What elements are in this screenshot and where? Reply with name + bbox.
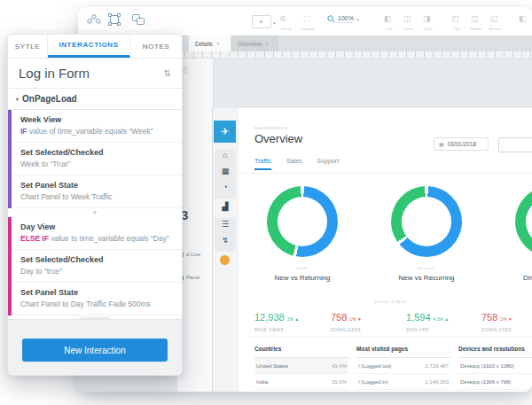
calendar-icon: ▦ [439,141,444,147]
action-detail: Day to “true” [20,266,173,277]
table-row: Desktop (1920 x 1080) [458,358,532,374]
event-name: OnPageLoad [22,94,77,104]
date-input[interactable]: ▦ 03/01/2018 [434,137,489,151]
new-interaction-button[interactable]: New Interaction [22,339,168,362]
row-name: / (Logged out) [358,363,391,369]
action-row[interactable]: Set Panel State Chart Panel to Day Traff… [8,283,182,315]
row-name: Desktop (1366 x 768) [460,379,511,385]
tab-traffic[interactable]: Traffic [254,158,271,170]
tab-support[interactable]: Support [317,158,340,170]
stat-label: DOWNLOADS [481,328,512,332]
ungroup-label: Ungroup [296,27,319,31]
stat-delta: 1% ▼ [349,316,362,322]
tab-notes[interactable]: NOTES [130,35,182,58]
action-name: Set Panel State [20,180,173,191]
table-row: Desktop (1366 x 768) [458,374,532,390]
action-name: Set Selected/Checked [20,147,173,159]
align-right-button[interactable]: ◨ [423,13,431,24]
case-group-day: Day View ELSE IF value to time_variable … [8,217,182,315]
align-center-button[interactable]: ◫ [403,13,411,24]
table-row: United States43.4% [254,358,348,374]
tab-interactions[interactable]: INTERACTIONS [48,35,130,58]
date-value: 03/01/2018 [448,141,477,147]
stat-label: SIGN-UPS [406,328,449,332]
case-row[interactable]: Day View ELSE IF value to time_variable … [8,217,182,250]
condition-text: value to time_variable equals “Day” [49,234,169,243]
case-row[interactable]: Week View IF value of time_variable equa… [8,110,182,143]
add-action-button[interactable]: + [8,208,182,217]
table-title: Most visited pages [356,346,450,358]
avatar[interactable] [220,255,230,265]
ungroup-button[interactable]: ⬚ [303,13,311,24]
dashboard-grid-icon[interactable]: ▦ [213,167,238,175]
layers-icon[interactable] [131,13,145,29]
clock-icon[interactable]: ◔ [213,183,238,191]
event-header-onpageload[interactable]: ▾ OnPageLoad [8,89,182,110]
list-icon[interactable]: ☰ [213,220,238,229]
divider [248,337,532,338]
tab-label: Overview [238,41,262,47]
align-middle-button[interactable]: ◫ [471,13,479,24]
row-value: 15.0% [332,379,347,385]
distribute-button[interactable]: ◧ [519,13,527,24]
tab-overview[interactable]: Overview × [231,35,278,51]
connector-mode-icon[interactable] [86,13,102,29]
chevron-down-icon: ▾ [16,96,19,102]
donut-hole [402,197,451,246]
align-right-label: Right [417,27,440,31]
sort-arrows-icon[interactable]: ⇅ [164,68,171,78]
row-name: / (Logged in) [358,379,388,385]
dashboard-sidebar: ✈ ⌂ ▦ ◔ ▟ ☰ ↯ [213,108,239,392]
donut-label: Direct vs Referral [489,274,532,282]
outline-item-label: d Line [186,252,200,257]
donut-chart-revenue [391,186,462,257]
zoom-control[interactable]: 100% ▾ [327,15,358,23]
tab-sales[interactable]: Sales [286,158,302,170]
row-name: India [256,379,268,385]
inspector-footer: New Interaction [8,319,182,375]
action-row[interactable]: Set Panel State Chart Panel to Week Traf… [8,175,182,208]
row-name: United States [256,363,288,369]
page-title: Overview [254,132,302,145]
insert-dropdown-button[interactable] [252,15,271,28]
action-row[interactable]: Set Selected/Checked Week to “True” [8,143,182,175]
inspector-tabs: SYTLE INTERACTIONS NOTES [8,35,182,58]
align-left-button[interactable]: ◧ [384,13,392,24]
action-row[interactable]: Set Selected/Checked Day to “true” [8,250,182,283]
donut-hole [278,197,327,246]
group-button[interactable]: ⧉ [280,13,286,24]
stat-downloads-2: 7581% ▼ DOWNLOADS [481,308,512,332]
tab-label: Details [195,41,213,47]
table-row: /tour935,495 [356,390,450,392]
chart-icon[interactable]: ▟ [213,202,238,211]
condition-keyword: ELSE IF [20,234,49,243]
bolt-icon[interactable]: ↯ [213,236,238,245]
close-icon[interactable]: × [216,41,220,46]
case-group-week: Week View IF value of time_variable equa… [8,110,182,208]
logo-paper-plane-icon[interactable]: ✈ [214,121,236,143]
action-detail: Week to “True” [20,159,173,170]
action-detail: Chart Panel to Week Traffic [20,191,173,203]
stat-label: DOWNLOADS [331,328,362,332]
align-top-button[interactable]: ◰ [451,13,459,24]
stat-value: 1,594 [406,312,431,323]
zoom-level: 100% [338,15,354,23]
most-visited-table: Most visited pages / (Logged out)3,729,4… [356,346,450,392]
tab-style[interactable]: SYTLE [8,35,48,58]
outline-item-label: Panel [186,275,200,280]
action-name: Set Selected/Checked [20,254,173,266]
close-icon[interactable]: × [265,41,269,46]
dashboard-page[interactable]: ✈ ⌂ ▦ ◔ ▟ ☰ ↯ DASHBOARDS Overview ▦ 03/0… [213,108,532,392]
home-icon[interactable]: ⌂ [213,151,238,160]
clipped-button[interactable] [498,137,532,152]
align-bottom-button[interactable]: ◱ [490,13,498,24]
row-value: 3,729,487 [425,363,449,369]
table-row: India15.0% [254,374,348,390]
table-title: Devices and resolutions [458,346,532,358]
inspector-panel: SYTLE INTERACTIONS NOTES Log in Form ⇅ ▾… [7,34,183,376]
chevron-down-icon[interactable]: ▾ [273,20,276,26]
tab-details[interactable]: Details × [189,35,231,51]
stat-downloads: 7581% ▼ DOWNLOADS [331,308,362,332]
stat-value: 758 [481,312,497,323]
selection-box-icon[interactable] [108,13,121,29]
